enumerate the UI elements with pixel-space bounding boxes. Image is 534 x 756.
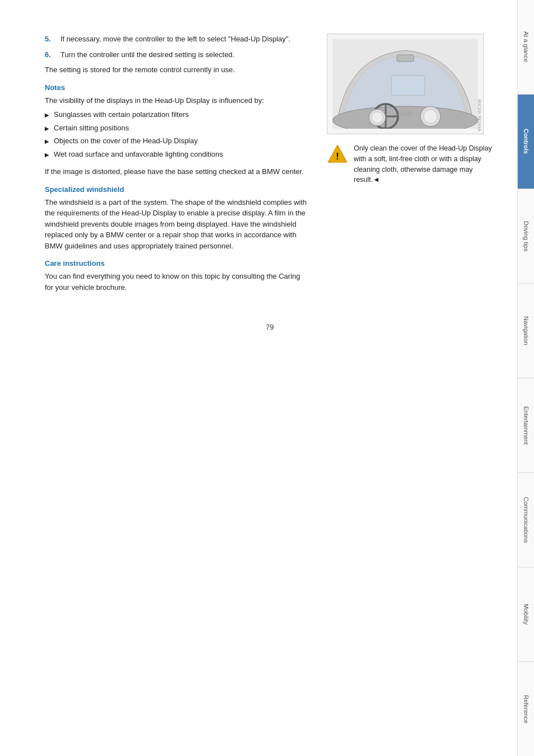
bullet-text-1: Sunglasses with certain polarization fil…	[54, 109, 189, 120]
sidebar-tab-driving-tips[interactable]: Driving tips	[518, 189, 534, 284]
bullet-text-3: Objects on the cover of the Head-Up Disp…	[54, 135, 198, 147]
care-instructions-text: You can find everything you need to know…	[45, 271, 310, 293]
notes-intro: The visibility of the displays in the He…	[45, 95, 310, 106]
notes-footer: If the image is distorted, please have t…	[45, 166, 310, 177]
svg-rect-9	[391, 76, 425, 95]
bullet-arrow-4: ▶	[45, 151, 49, 159]
right-column: IRICER REGNA ! Only clean the cover of t…	[327, 34, 495, 300]
sidebar-label-communications: Communications	[523, 497, 530, 543]
car-image: IRICER REGNA	[327, 34, 484, 134]
sidebar-label-at-a-glance: At a glance	[523, 31, 530, 62]
two-column-layout: 5. If necessary, move the controller to …	[45, 34, 495, 300]
sidebar-label-entertainment: Entertainment	[523, 406, 530, 444]
sidebar-label-mobility: Mobility	[523, 604, 530, 624]
bullet-arrow-2: ▶	[45, 124, 49, 133]
specialized-windshield-text: The windshield is a part of the system. …	[45, 197, 310, 252]
sidebar-tab-controls[interactable]: Controls	[518, 95, 534, 189]
left-column: 5. If necessary, move the controller to …	[45, 34, 310, 300]
sidebar-tab-entertainment[interactable]: Entertainment	[518, 378, 534, 473]
bullet-item-1: ▶ Sunglasses with certain polarization f…	[45, 109, 310, 120]
sidebar-label-driving-tips: Driving tips	[523, 221, 530, 251]
svg-text:!: !	[336, 152, 339, 161]
warning-box: ! Only clean the cover of the Head-Up Di…	[327, 143, 495, 185]
svg-rect-11	[397, 55, 414, 62]
svg-point-6	[372, 112, 383, 123]
step-5-text: If necessary, move the controller to the…	[60, 34, 310, 45]
sidebar-tab-navigation[interactable]: Navigation	[518, 284, 534, 378]
bullet-item-3: ▶ Objects on the cover of the Head-Up Di…	[45, 135, 310, 147]
sidebar-tab-mobility[interactable]: Mobility	[518, 567, 534, 662]
sidebar-tab-at-a-glance[interactable]: At a glance	[518, 0, 534, 95]
sidebar-label-controls: Controls	[523, 129, 530, 154]
svg-point-8	[424, 110, 437, 123]
car-image-placeholder	[327, 34, 483, 134]
intro-text: The setting is stored for the remote con…	[45, 64, 310, 76]
step-6: 6. Turn the controller until the desired…	[45, 49, 310, 60]
svg-rect-10	[399, 111, 412, 116]
bullet-text-2: Certain sitting positions	[54, 123, 129, 134]
step-5-number: 5.	[45, 34, 56, 45]
main-content: 5. If necessary, move the controller to …	[0, 0, 517, 756]
bullet-item-4: ▶ Wet road surface and unfavorable light…	[45, 149, 310, 160]
sidebar-tab-reference[interactable]: Reference	[518, 662, 534, 756]
sidebar-label-navigation: Navigation	[523, 316, 530, 345]
bullet-list: ▶ Sunglasses with certain polarization f…	[45, 109, 310, 159]
page-number: 79	[45, 323, 495, 331]
image-watermark: IRICER REGNA	[477, 99, 482, 132]
warning-text: Only clean the cover of the Head-Up Disp…	[354, 143, 495, 185]
warning-icon-wrap: !	[327, 143, 348, 165]
care-instructions-heading: Care instructions	[45, 259, 310, 267]
notes-heading: Notes	[45, 83, 310, 92]
warning-triangle-icon: !	[327, 143, 348, 165]
sidebar-label-reference: Reference	[523, 695, 530, 724]
bullet-item-2: ▶ Certain sitting positions	[45, 123, 310, 134]
step-6-number: 6.	[45, 49, 56, 60]
car-sketch-svg	[332, 39, 478, 129]
specialized-windshield-heading: Specialized windshield	[45, 185, 310, 194]
bullet-arrow-3: ▶	[45, 137, 49, 145]
step-6-text: Turn the controller until the desired se…	[60, 49, 310, 60]
page-container: 5. If necessary, move the controller to …	[0, 0, 534, 756]
bullet-text-4: Wet road surface and unfavorable lightin…	[54, 149, 223, 160]
sidebar-tab-communications[interactable]: Communications	[518, 473, 534, 567]
right-sidebar: At a glance Controls Driving tips Naviga…	[517, 0, 534, 756]
bullet-arrow-1: ▶	[45, 111, 49, 119]
step-5: 5. If necessary, move the controller to …	[45, 34, 310, 45]
